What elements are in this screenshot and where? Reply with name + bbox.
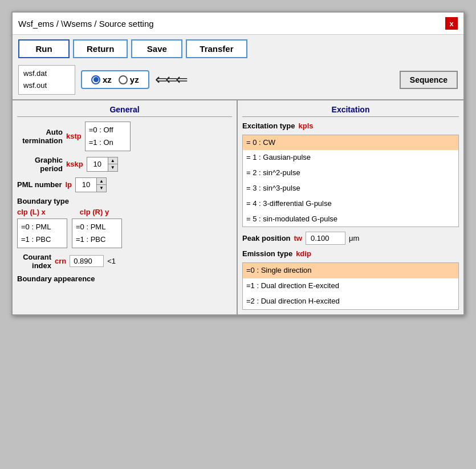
clp-l-box[interactable]: =0 : PML =1 : PBC xyxy=(17,219,67,248)
kstp-opt2: =1 : On xyxy=(89,136,127,149)
excitation-type-label: Excitation type xyxy=(242,122,295,130)
excitation-item-2[interactable]: = 2 : sin^2-pulse xyxy=(243,165,458,181)
pml-label: PML number xyxy=(17,180,62,189)
radio-xz[interactable]: xz xyxy=(91,75,112,84)
window-title: Wsf_ems / \Wsems / Source setting xyxy=(18,19,154,29)
kdip-param: kdip xyxy=(296,249,311,258)
file1-label: wsf.dat xyxy=(23,68,70,80)
close-button[interactable]: x xyxy=(445,17,458,30)
excitation-item-1[interactable]: = 1 : Gausian-pulse xyxy=(243,150,458,165)
clp-r-opt1: =0 : PML xyxy=(76,221,118,233)
boundary-appearance-label: Boundary appearence xyxy=(17,274,232,283)
sequence-button[interactable]: Sequence xyxy=(400,71,458,89)
boundary-labels: clp (L) x clp (R) y xyxy=(17,208,232,216)
boundary-boxes: =0 : PML =1 : PBC =0 : PML =1 : PBC xyxy=(17,219,232,248)
excitation-item-4[interactable]: = 4 : 3-differential G-pulse xyxy=(243,196,458,212)
clp-r-label: clp (R) y xyxy=(80,208,109,216)
excitation-type-row: Excitation type kpls xyxy=(242,122,459,130)
emission-list[interactable]: =0 : Single direction =1 : Dual directio… xyxy=(242,262,459,309)
excitation-item-3[interactable]: = 3 : sin^3-pulse xyxy=(243,181,458,196)
excitation-item-0[interactable]: = 0 : CW xyxy=(243,135,458,151)
clp-l-opt2: =1 : PBC xyxy=(21,233,63,246)
emission-item-1[interactable]: =1 : Dual direction E-excited xyxy=(243,278,458,294)
emission-type-row: Emission type kdip xyxy=(242,249,459,258)
kskp-spinbox[interactable]: 10 ▲ ▼ xyxy=(87,157,118,172)
plane-radio-group: xz yz xyxy=(81,70,149,89)
crn-input[interactable] xyxy=(70,255,104,267)
tw-param: tw xyxy=(294,234,302,242)
clp-r-box[interactable]: =0 : PML =1 : PBC xyxy=(72,219,122,248)
boundary-type-label: Boundary type xyxy=(17,197,232,205)
index-label: index xyxy=(32,261,51,270)
lp-up[interactable]: ▲ xyxy=(97,178,106,185)
clp-l-opt1: =0 : PML xyxy=(21,221,63,233)
clp-l-label: clp (L) x xyxy=(17,208,46,216)
crn-constraint: <1 xyxy=(107,257,116,265)
file-row: wsf.dat wsf.out xz yz ⇐⇐⇐ Sequence xyxy=(13,63,463,99)
kstp-param: kstp xyxy=(66,132,82,140)
radio-yz-circle xyxy=(119,75,128,84)
crn-param: crn xyxy=(55,257,66,265)
lp-arrows: ▲ ▼ xyxy=(96,178,106,192)
auto-label: Auto xyxy=(46,128,63,136)
kpls-param: kpls xyxy=(298,122,313,130)
pml-number-row: PML number lp 10 ▲ ▼ xyxy=(17,177,232,192)
termination-label: termination xyxy=(22,136,63,145)
clp-r-opt2: =1 : PBC xyxy=(76,233,118,246)
boundary-type-section: Boundary type clp (L) x clp (R) y =0 : P… xyxy=(17,197,232,248)
lp-spinbox[interactable]: 10 ▲ ▼ xyxy=(75,177,107,192)
radio-xz-label: xz xyxy=(103,75,112,84)
file2-label: wsf.out xyxy=(23,80,70,92)
courant-row: Courant index crn <1 xyxy=(17,253,232,270)
arrow-hint-icon: ⇐⇐⇐ xyxy=(155,71,186,88)
radio-xz-circle xyxy=(91,75,100,84)
tw-input[interactable] xyxy=(306,232,345,245)
run-button[interactable]: Run xyxy=(18,39,70,58)
kstp-opt1: =0 : Off xyxy=(89,124,127,136)
left-panel: General Auto termination kstp =0 : Off =… xyxy=(13,100,238,314)
main-content: General Auto termination kstp =0 : Off =… xyxy=(13,99,463,314)
peak-position-label: Peak position xyxy=(242,234,291,242)
title-bar: Wsf_ems / \Wsems / Source setting x xyxy=(13,13,463,35)
excitation-item-5[interactable]: = 5 : sin-modulated G-pulse xyxy=(243,212,458,227)
toolbar: Run Return Save Transfer xyxy=(13,35,463,63)
kskp-param: kskp xyxy=(66,160,83,168)
excitation-header: Excitation xyxy=(242,105,459,117)
kstp-options[interactable]: =0 : Off =1 : On xyxy=(85,122,131,151)
general-header: General xyxy=(17,105,232,117)
kskp-down[interactable]: ▼ xyxy=(108,164,117,171)
excitation-list[interactable]: = 0 : CW = 1 : Gausian-pulse = 2 : sin^2… xyxy=(242,135,459,228)
peak-unit: μm xyxy=(349,234,359,242)
lp-value: 10 xyxy=(76,179,96,190)
file-display: wsf.dat wsf.out xyxy=(18,65,75,95)
auto-termination-row: Auto termination kstp =0 : Off =1 : On xyxy=(17,122,232,151)
main-window: Wsf_ems / \Wsems / Source setting x Run … xyxy=(11,11,465,316)
emission-type-label: Emission type xyxy=(242,249,292,258)
kskp-up[interactable]: ▲ xyxy=(108,157,117,164)
graphic-label: Graphic xyxy=(35,156,63,164)
radio-yz-label: yz xyxy=(130,75,139,84)
save-button[interactable]: Save xyxy=(131,39,182,58)
period-label: period xyxy=(40,164,63,173)
lp-param: lp xyxy=(66,180,72,189)
lp-down[interactable]: ▼ xyxy=(97,185,106,192)
return-button[interactable]: Return xyxy=(73,39,128,58)
emission-item-2[interactable]: =2 : Dual direction H-excited xyxy=(243,294,458,309)
emission-item-0[interactable]: =0 : Single direction xyxy=(243,263,458,278)
transfer-button[interactable]: Transfer xyxy=(186,39,247,58)
right-panel: Excitation Excitation type kpls = 0 : CW… xyxy=(238,100,463,314)
peak-position-row: Peak position tw μm xyxy=(242,232,459,245)
kskp-value: 10 xyxy=(87,159,108,169)
graphic-period-row: Graphic period kskp 10 ▲ ▼ xyxy=(17,156,232,173)
radio-yz[interactable]: yz xyxy=(119,75,139,84)
courant-label: Courant xyxy=(23,253,51,261)
kskp-arrows: ▲ ▼ xyxy=(108,157,117,171)
